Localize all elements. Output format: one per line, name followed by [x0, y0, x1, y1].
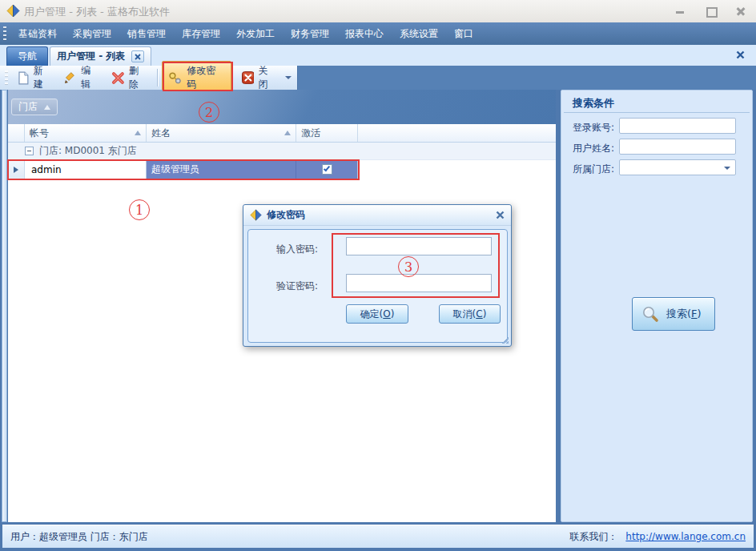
group-row[interactable]: 门店: MD0001 东门店 — [8, 143, 556, 160]
group-by-band: 门店 — [8, 90, 556, 124]
maximize-button[interactable] — [705, 6, 716, 17]
cell-active[interactable] — [296, 160, 358, 179]
delete-button[interactable]: 删除 — [106, 62, 154, 94]
close-tab-button[interactable]: 关闭 — [236, 62, 297, 94]
divider — [564, 112, 750, 113]
store-select[interactable] — [619, 159, 736, 175]
app-logo-icon — [6, 4, 20, 18]
header-name[interactable]: 姓名 — [147, 124, 296, 142]
search-panel-title: 搜索条件 — [573, 96, 614, 111]
close-window-button[interactable] — [735, 6, 746, 17]
minimize-button[interactable] — [674, 6, 686, 17]
menu-basic-data[interactable]: 基础资料 — [10, 22, 65, 45]
toolbar-separator — [157, 69, 158, 86]
search-button-label: 搜索(F) — [666, 307, 702, 321]
key-icon — [168, 71, 183, 85]
dialog-close-icon[interactable] — [496, 211, 505, 219]
login-account-label: 登录账号: — [573, 119, 614, 135]
toolbar-row: 新建 编辑 删除 — [0, 66, 756, 90]
check-icon — [323, 165, 329, 172]
status-user-info: 用户：超级管理员 门店：东门店 — [10, 530, 569, 544]
cell-name[interactable]: 超级管理员 — [147, 160, 296, 179]
menu-sales[interactable]: 销售管理 — [119, 22, 174, 45]
edit-button[interactable]: 编辑 — [58, 62, 106, 94]
user-name-label: 用户姓名: — [573, 140, 614, 156]
active-checkbox[interactable] — [322, 164, 332, 175]
menu-reports[interactable]: 报表中心 — [337, 22, 392, 45]
title-bar: 用户管理 - 列表 - 蓝格布业软件 — [0, 0, 756, 22]
window-title: 用户管理 - 列表 - 蓝格布业软件 — [24, 5, 170, 19]
delete-x-icon — [111, 71, 125, 85]
dialog-body: 输入密码: 验证密码: 确定(O) 取消(C) — [247, 229, 508, 343]
header-filler — [358, 124, 556, 142]
website-link[interactable]: http://www.lange.com.cn — [625, 531, 746, 542]
header-account[interactable]: 帐号 — [25, 124, 147, 142]
row-indicator-cell — [8, 160, 25, 179]
cancel-button[interactable]: 取消(C) — [439, 304, 501, 324]
edit-pencil-icon — [63, 71, 77, 85]
dialog-title: 修改密码 — [267, 208, 305, 222]
dialog-title-bar[interactable]: 修改密码 — [243, 205, 511, 226]
menu-bar: 基础资料 采购管理 销售管理 库存管理 外发加工 财务管理 报表中心 系统设置 … — [0, 22, 756, 45]
toolbar: 新建 编辑 删除 — [0, 66, 298, 90]
current-row-arrow-icon — [14, 167, 18, 173]
enter-password-input[interactable] — [346, 237, 492, 255]
user-name-input[interactable] — [619, 139, 736, 155]
ok-button[interactable]: 确定(O) — [346, 304, 408, 324]
store-label: 所属门店: — [573, 161, 614, 177]
close-dropdown-caret[interactable] — [285, 76, 292, 79]
verify-password-input[interactable] — [346, 274, 492, 292]
menu-window[interactable]: 窗口 — [446, 22, 481, 45]
sort-asc-icon — [135, 131, 141, 135]
change-password-dialog: 修改密码 输入密码: 验证密码: 确定(O) 取消(C) 3 — [243, 204, 512, 347]
sort-asc-icon — [284, 131, 291, 135]
menu-purchasing[interactable]: 采购管理 — [65, 22, 119, 45]
menu-finance[interactable]: 财务管理 — [283, 22, 337, 45]
ok-button-label: 确定(O) — [360, 308, 395, 321]
search-panel: 搜索条件 登录账号: 用户姓名: 所属门店: 搜索(F) — [561, 90, 753, 522]
dialog-logo-icon — [250, 209, 262, 221]
tabstrip-close-icon[interactable] — [736, 50, 745, 62]
new-document-icon — [18, 71, 30, 85]
search-button[interactable]: 搜索(F) — [632, 297, 715, 331]
table-row[interactable]: admin 超级管理员 — [8, 160, 556, 179]
menu-outsourcing[interactable]: 外发加工 — [228, 22, 283, 45]
cell-account[interactable]: admin — [25, 160, 147, 179]
menu-inventory[interactable]: 库存管理 — [174, 22, 228, 45]
toolbar-grip — [5, 70, 8, 85]
menu-system-settings[interactable]: 系统设置 — [392, 22, 446, 45]
left-splitter[interactable] — [2, 90, 7, 522]
contact-us-label: 联系我们： — [569, 530, 617, 544]
verify-password-label: 验证密码: — [276, 279, 318, 293]
close-red-icon — [242, 71, 255, 84]
grid-header-row: 帐号 姓名 激活 — [8, 124, 556, 143]
menu-grip — [3, 26, 6, 41]
header-indicator — [8, 124, 25, 142]
status-bar: 用户：超级管理员 门店：东门店 联系我们： http://www.lange.c… — [2, 525, 754, 548]
cancel-button-label: 取消(C) — [453, 308, 487, 321]
collapse-icon[interactable] — [25, 147, 34, 155]
group-chip-store[interactable]: 门店 — [11, 99, 58, 115]
login-account-input[interactable] — [619, 118, 736, 134]
app-window: 用户管理 - 列表 - 蓝格布业软件 基础资料 采购管理 销售管理 库存管理 外… — [0, 0, 756, 551]
sort-asc-icon — [44, 105, 50, 110]
new-button[interactable]: 新建 — [12, 62, 58, 94]
tab-close-icon[interactable] — [131, 50, 144, 62]
header-active[interactable]: 激活 — [296, 124, 358, 142]
search-icon — [641, 304, 660, 324]
chevron-down-icon — [724, 167, 730, 170]
enter-password-label: 输入密码: — [276, 242, 318, 256]
